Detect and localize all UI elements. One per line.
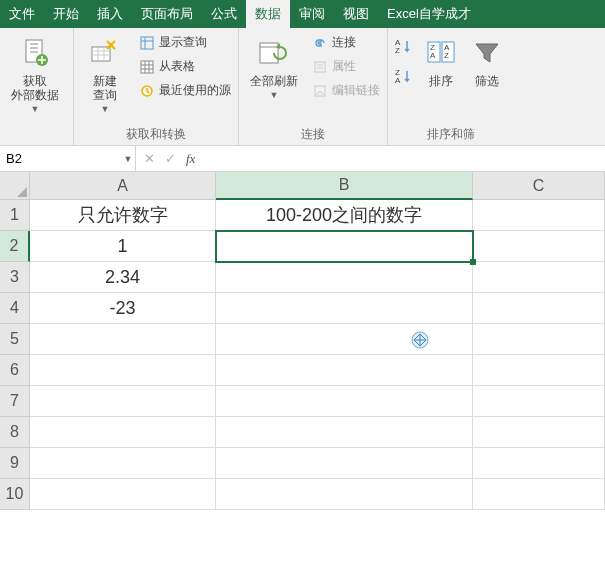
- tab-8[interactable]: Excel自学成才: [378, 0, 480, 28]
- get-external-data-button[interactable]: 获取 外部数据 ▼: [4, 32, 66, 114]
- svg-point-3: [109, 43, 113, 47]
- svg-text:A: A: [430, 51, 436, 60]
- row-header-8[interactable]: 8: [0, 417, 30, 448]
- grid-icon: [139, 59, 155, 75]
- show-queries-button[interactable]: 显示查询: [136, 32, 234, 53]
- cell-A2[interactable]: 1: [30, 231, 216, 262]
- new-query-button[interactable]: 新建 查询 ▼: [78, 32, 132, 114]
- row-header-2[interactable]: 2: [0, 231, 30, 262]
- cell-C8[interactable]: [473, 417, 605, 448]
- cell-A10[interactable]: [30, 479, 216, 510]
- name-box[interactable]: ▼: [0, 146, 136, 171]
- column-header-B[interactable]: B: [216, 172, 473, 200]
- table-row: [30, 417, 605, 448]
- tab-3[interactable]: 页面布局: [132, 0, 202, 28]
- cell-C2[interactable]: [473, 231, 605, 262]
- table-row: 1: [30, 231, 605, 262]
- name-box-dropdown[interactable]: ▼: [121, 154, 135, 164]
- tab-7[interactable]: 视图: [334, 0, 378, 28]
- table-row: 2.34: [30, 262, 605, 293]
- cell-A5[interactable]: [30, 324, 216, 355]
- get-external-data-icon: [20, 34, 50, 72]
- fx-button[interactable]: fx: [186, 151, 195, 167]
- table-row: -23: [30, 293, 605, 324]
- formula-input[interactable]: [203, 146, 605, 171]
- svg-text:A: A: [395, 76, 401, 85]
- svg-rect-5: [141, 61, 153, 73]
- svg-rect-4: [141, 37, 153, 49]
- recent-sources-button[interactable]: 最近使用的源: [136, 80, 234, 101]
- group-external: 获取 外部数据 ▼: [0, 28, 74, 145]
- cell-A7[interactable]: [30, 386, 216, 417]
- row-header-6[interactable]: 6: [0, 355, 30, 386]
- tab-0[interactable]: 文件: [0, 0, 44, 28]
- tab-6[interactable]: 审阅: [290, 0, 334, 28]
- tab-5[interactable]: 数据: [246, 0, 290, 28]
- cell-C5[interactable]: [473, 324, 605, 355]
- tab-1[interactable]: 开始: [44, 0, 88, 28]
- cell-C9[interactable]: [473, 448, 605, 479]
- sort-desc-button[interactable]: ZA: [392, 66, 414, 88]
- row-header-7[interactable]: 7: [0, 386, 30, 417]
- column-header-A[interactable]: A: [30, 172, 216, 200]
- cell-B1[interactable]: 100-200之间的数字: [216, 200, 473, 231]
- row-header-5[interactable]: 5: [0, 324, 30, 355]
- cell-B6[interactable]: [216, 355, 473, 386]
- connections-button[interactable]: 连接: [309, 32, 383, 53]
- fill-handle[interactable]: [470, 259, 476, 265]
- cell-B5[interactable]: [216, 324, 473, 355]
- cell-C3[interactable]: [473, 262, 605, 293]
- tab-2[interactable]: 插入: [88, 0, 132, 28]
- formula-bar: ▼ ✕ ✓ fx: [0, 146, 605, 172]
- column-header-C[interactable]: C: [473, 172, 605, 200]
- cell-B7[interactable]: [216, 386, 473, 417]
- cell-A9[interactable]: [30, 448, 216, 479]
- cell-C7[interactable]: [473, 386, 605, 417]
- cell-A6[interactable]: [30, 355, 216, 386]
- ribbon: 获取 外部数据 ▼ 新建 查询 ▼ 显示查询 从表: [0, 28, 605, 146]
- recent-sources-label: 最近使用的源: [159, 82, 231, 99]
- filter-icon: [472, 34, 502, 72]
- cell-C1[interactable]: [473, 200, 605, 231]
- sort-button[interactable]: ZAAZ 排序: [418, 32, 464, 88]
- tab-4[interactable]: 公式: [202, 0, 246, 28]
- from-table-label: 从表格: [159, 58, 195, 75]
- edit-links-button: 编辑链接: [309, 80, 383, 101]
- cell-C4[interactable]: [473, 293, 605, 324]
- svg-text:Z: Z: [444, 51, 449, 60]
- ribbon-tabs: 文件开始插入页面布局公式数据审阅视图Excel自学成才: [0, 0, 605, 28]
- cell-B10[interactable]: [216, 479, 473, 510]
- refresh-all-label: 全部刷新: [250, 74, 298, 88]
- row-header-4[interactable]: 4: [0, 293, 30, 324]
- svg-rect-8: [315, 62, 325, 72]
- row-header-3[interactable]: 3: [0, 262, 30, 293]
- new-query-label: 新建 查询: [93, 74, 117, 102]
- chevron-down-icon: ▼: [31, 104, 40, 114]
- sort-asc-button[interactable]: AZ: [392, 36, 414, 58]
- cell-C6[interactable]: [473, 355, 605, 386]
- refresh-all-button[interactable]: 全部刷新 ▼: [243, 32, 305, 100]
- cell-A8[interactable]: [30, 417, 216, 448]
- edit-links-icon: [312, 83, 328, 99]
- cell-A4[interactable]: -23: [30, 293, 216, 324]
- cell-B9[interactable]: [216, 448, 473, 479]
- filter-button[interactable]: 筛选: [464, 32, 510, 88]
- select-all-corner[interactable]: [0, 172, 30, 200]
- cell-A3[interactable]: 2.34: [30, 262, 216, 293]
- props-icon: [312, 59, 328, 75]
- get-transform-small-buttons: 显示查询 从表格 最近使用的源: [136, 32, 234, 101]
- cell-B4[interactable]: [216, 293, 473, 324]
- show-queries-label: 显示查询: [159, 34, 207, 51]
- cell-B8[interactable]: [216, 417, 473, 448]
- cell-C10[interactable]: [473, 479, 605, 510]
- row-header-1[interactable]: 1: [0, 200, 30, 231]
- table-row: [30, 448, 605, 479]
- name-box-input[interactable]: [0, 146, 121, 171]
- cell-B2[interactable]: [216, 231, 473, 262]
- row-header-10[interactable]: 10: [0, 479, 30, 510]
- chevron-down-icon: ▼: [101, 104, 110, 114]
- row-header-9[interactable]: 9: [0, 448, 30, 479]
- cell-A1[interactable]: 只允许数字: [30, 200, 216, 231]
- cell-B3[interactable]: [216, 262, 473, 293]
- from-table-button[interactable]: 从表格: [136, 56, 234, 77]
